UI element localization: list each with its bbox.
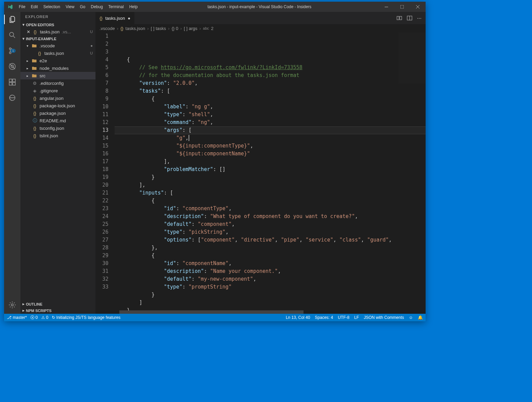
language-mode[interactable]: JSON with Comments [364, 315, 404, 320]
scrollbar-thumb[interactable] [119, 310, 304, 314]
split-icon[interactable] [407, 15, 412, 21]
tab-tasks-json[interactable]: {} tasks.json ● [95, 12, 134, 24]
close-button[interactable] [410, 2, 426, 12]
scm-badge: 1 [11, 49, 16, 53]
file-tree: ▾.vscode●{}tasks.jsonU▸e2e▸node_modules▸… [20, 42, 95, 301]
svg-rect-10 [13, 82, 15, 85]
svg-point-13 [11, 304, 13, 306]
tab-close-icon[interactable]: ● [128, 16, 131, 21]
close-icon[interactable]: ✕ [27, 29, 30, 34]
search-icon[interactable] [8, 30, 17, 40]
menu-debug[interactable]: Debug [88, 4, 105, 9]
minimap[interactable] [398, 32, 426, 83]
branch-indicator[interactable]: ⎇ master* [7, 315, 27, 320]
tree-file[interactable]: {}tslint.json [20, 132, 95, 139]
tree-file[interactable]: ⚙.editorconfig [20, 79, 95, 87]
menu-file[interactable]: File [16, 4, 28, 9]
feedback-icon[interactable]: ☺ [409, 315, 413, 320]
svg-rect-0 [385, 7, 388, 7]
error-count[interactable]: ⓧ 0 [30, 315, 38, 321]
eol[interactable]: LF [354, 315, 359, 320]
svg-rect-1 [400, 5, 404, 9]
svg-rect-9 [9, 82, 12, 85]
menu-edit[interactable]: Edit [28, 4, 41, 9]
svg-rect-11 [13, 79, 15, 82]
tree-folder[interactable]: ▸src [20, 72, 95, 79]
more-icon[interactable]: ⋯ [417, 16, 422, 21]
breadcrumb[interactable]: .vscode› {}tasks.json› [ ] tasks› {} 0› … [95, 24, 426, 32]
menu-help[interactable]: Help [127, 4, 141, 9]
svg-rect-15 [400, 16, 402, 20]
json-icon: {} [100, 16, 103, 21]
tree-file[interactable]: {}package-lock.json [20, 102, 95, 109]
menubar: File Edit Selection View Go Debug Termin… [16, 4, 141, 9]
main: 1 EXPLORER ▾OPEN EDITORS ✕ {} tasks.json [4, 12, 426, 314]
tree-file[interactable]: {}tasks.jsonU [20, 49, 95, 57]
extensions-icon[interactable] [8, 77, 17, 87]
menu-terminal[interactable]: Terminal [106, 4, 127, 9]
titlebar: File Edit Selection View Go Debug Termin… [4, 2, 426, 12]
tree-file[interactable]: {}package.json [20, 109, 95, 117]
svg-point-4 [10, 52, 11, 54]
tab-bar: {} tasks.json ● ⋯ [95, 12, 426, 24]
vscode-logo-icon [4, 4, 16, 10]
menu-view[interactable]: View [63, 4, 77, 9]
section-npm[interactable]: ▸NPM SCRIPTS [20, 307, 95, 314]
tree-folder[interactable]: ▾.vscode● [20, 42, 95, 49]
gutter: 1234567891011121314151617181920212223242… [95, 32, 115, 310]
vscode-window: File Edit Selection View Go Debug Termin… [4, 2, 426, 321]
tree-file[interactable]: ⓘREADME.md [20, 117, 95, 124]
tree-folder[interactable]: ▸node_modules [20, 64, 95, 72]
debug-icon[interactable] [8, 62, 17, 71]
tab-actions: ⋯ [397, 12, 426, 24]
activitybar: 1 [4, 12, 20, 314]
menu-selection[interactable]: Selection [41, 4, 63, 9]
svg-rect-14 [397, 16, 399, 20]
explorer-icon[interactable] [8, 15, 17, 24]
sidebar: EXPLORER ▾OPEN EDITORS ✕ {} tasks.json .… [20, 12, 95, 314]
bell-icon[interactable]: 🔔 [418, 315, 423, 320]
encoding[interactable]: UTF-8 [338, 315, 350, 320]
editor-pane: {} tasks.json ● ⋯ .vscode› {}tasks.json›… [95, 12, 426, 314]
code-lines[interactable]: { // See https://go.microsoft.com/fwlink… [115, 32, 426, 310]
maximize-button[interactable] [394, 2, 410, 12]
tree-folder[interactable]: ▸e2e [20, 57, 95, 64]
svg-rect-8 [9, 79, 12, 82]
section-outline[interactable]: ▸OUTLINE [20, 301, 95, 307]
window-title: tasks.json - input-example - Visual Stud… [141, 4, 379, 9]
section-open-editors[interactable]: ▾OPEN EDITORS [20, 21, 95, 28]
statusbar: ⎇ master* ⓧ 0 ⚠ 0 ↻ Initializing JS/TS l… [4, 314, 426, 321]
section-project[interactable]: ▾INPUT-EXAMPLE [20, 35, 95, 42]
window-controls [379, 2, 426, 12]
status-message: ↻ Initializing JS/TS language features [52, 315, 120, 320]
warning-count[interactable]: ⚠ 0 [41, 315, 48, 320]
code-editor[interactable]: 1234567891011121314151617181920212223242… [95, 32, 426, 310]
minimize-button[interactable] [379, 2, 394, 12]
compare-icon[interactable] [397, 15, 402, 21]
svg-point-2 [10, 32, 14, 36]
scrollbar-horizontal[interactable] [95, 310, 426, 314]
docker-icon[interactable] [8, 93, 17, 103]
tree-file[interactable]: {}tsconfig.json [20, 124, 95, 132]
settings-gear-icon[interactable] [8, 300, 17, 310]
indent[interactable]: Spaces: 4 [315, 315, 333, 320]
scm-icon[interactable]: 1 [8, 46, 17, 56]
menu-go[interactable]: Go [77, 4, 88, 9]
sidebar-title: EXPLORER [20, 12, 95, 21]
tree-file[interactable]: ◈.gitignore [20, 87, 95, 94]
cursor-position[interactable]: Ln 13, Col 40 [286, 315, 310, 320]
open-editor-item[interactable]: ✕ {} tasks.json .vs... U [20, 28, 95, 35]
tree-file[interactable]: {}angular.json [20, 94, 95, 102]
